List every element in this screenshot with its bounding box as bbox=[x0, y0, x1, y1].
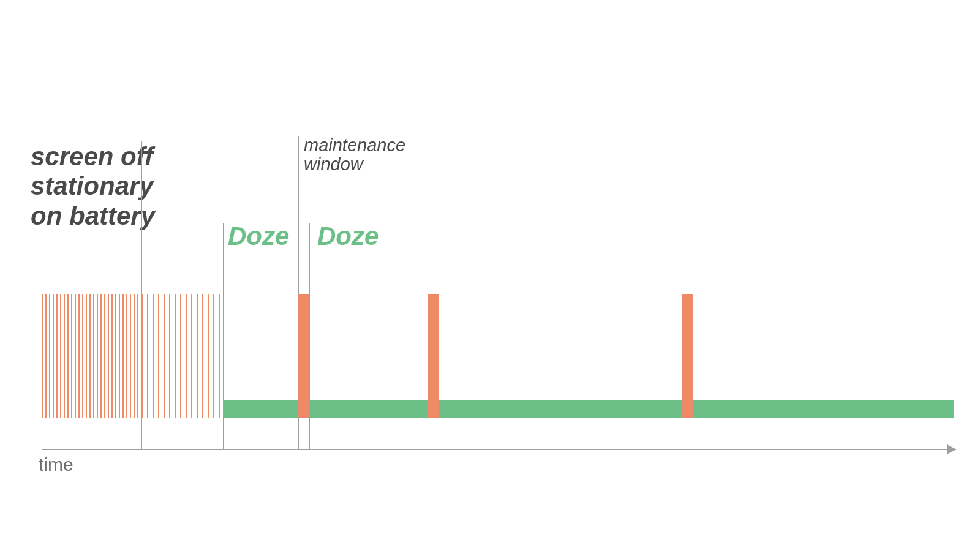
maintenance-line2: window bbox=[304, 154, 363, 174]
precondition-line2: stationary bbox=[31, 171, 154, 200]
precondition-label: screen off stationary on battery bbox=[31, 142, 155, 231]
precondition-line3: on battery bbox=[31, 201, 155, 230]
time-axis-arrow-icon bbox=[947, 444, 957, 454]
doze-label-2: Doze bbox=[317, 222, 379, 251]
doze-label-1: Doze bbox=[228, 222, 289, 251]
doze-bar-4 bbox=[693, 400, 954, 418]
maintenance-window-label: maintenance window bbox=[304, 136, 405, 174]
activity-sparse bbox=[141, 294, 223, 418]
time-axis-label: time bbox=[39, 454, 74, 475]
maintenance-bar-1 bbox=[298, 294, 309, 418]
doze-bar-1 bbox=[223, 400, 298, 418]
time-axis bbox=[42, 449, 948, 450]
maintenance-bar-2 bbox=[428, 294, 439, 418]
doze-bar-3 bbox=[439, 400, 682, 418]
maintenance-line1: maintenance bbox=[304, 135, 405, 155]
doze-bar-2 bbox=[309, 400, 428, 418]
activity-dense bbox=[42, 294, 141, 418]
precondition-line1: screen off bbox=[31, 142, 153, 171]
maintenance-bar-3 bbox=[682, 294, 693, 418]
